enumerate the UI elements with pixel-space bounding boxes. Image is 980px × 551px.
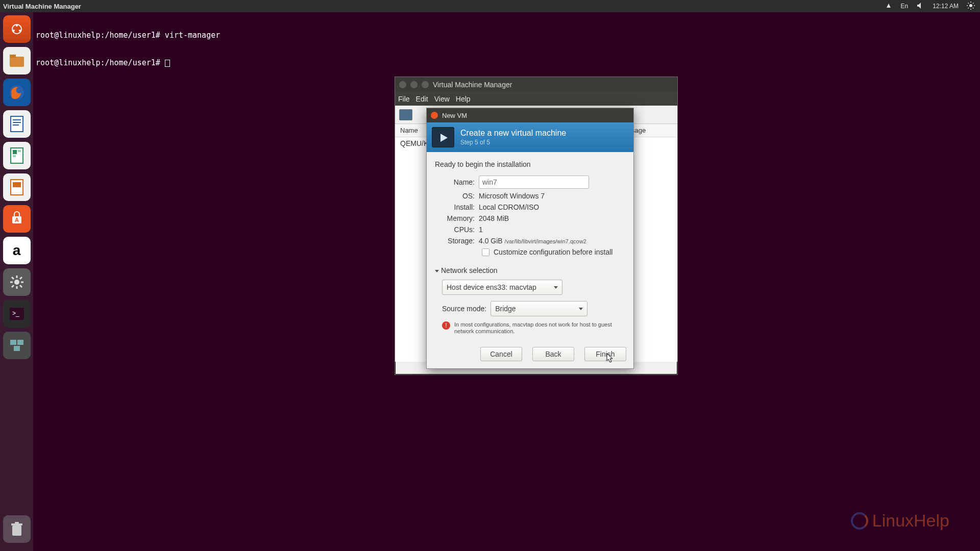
os-label: OS: (435, 192, 479, 200)
terminal-line: root@linuxhelp:/home/user1# (36, 58, 220, 67)
files-icon[interactable] (3, 47, 31, 74)
svg-rect-10 (13, 122, 21, 123)
warning-text: In most configurations, macvtap does not… (454, 321, 625, 335)
back-button[interactable]: Back (532, 347, 574, 361)
col-name[interactable]: Name (400, 127, 418, 134)
cpus-value: 1 (479, 226, 625, 234)
virtmanager-icon[interactable] (3, 332, 31, 359)
svg-rect-17 (13, 182, 21, 187)
software-icon[interactable]: A (3, 205, 31, 233)
cancel-button[interactable]: Cancel (480, 347, 522, 361)
svg-point-4 (19, 30, 21, 32)
memory-value: 2048 MiB (479, 214, 625, 222)
chevron-down-icon (554, 286, 558, 289)
svg-rect-23 (10, 340, 16, 345)
terminal-line: root@linuxhelp:/home/user1# virt-manager (36, 31, 220, 40)
watermark-logo-icon (851, 512, 868, 530)
dash-icon[interactable] (3, 15, 31, 43)
calc-icon[interactable] (3, 142, 31, 169)
dialog-titlebar[interactable]: New VM (427, 108, 633, 122)
svg-rect-26 (12, 525, 21, 536)
new-vm-dialog: New VM Create a new virtual machine Step… (426, 108, 634, 369)
storage-path: /var/lib/libvirt/images/win7.qcow2 (505, 238, 586, 244)
source-mode-label: Source mode: (442, 305, 486, 313)
customize-checkbox[interactable] (482, 248, 489, 256)
writer-icon[interactable] (3, 110, 31, 138)
new-vm-icon[interactable] (399, 109, 412, 120)
memory-label: Memory: (435, 214, 479, 222)
vmm-titlebar[interactable]: Virtual Machine Manager (395, 77, 677, 92)
terminal-cursor (165, 60, 170, 67)
dialog-buttons: Cancel Back Finish (427, 342, 633, 368)
settings-icon[interactable] (3, 268, 31, 296)
active-window-title: Virtual Machine Manager (0, 3, 885, 10)
ready-text: Ready to begin the installation (435, 160, 625, 168)
svg-text:A: A (15, 217, 19, 223)
finish-button[interactable]: Finish (584, 347, 626, 361)
menu-file[interactable]: File (398, 95, 410, 103)
svg-point-20 (14, 280, 19, 285)
svg-rect-15 (13, 155, 16, 157)
svg-rect-6 (10, 55, 16, 58)
install-label: Install: (435, 203, 479, 211)
network-expander[interactable]: Network selection (435, 266, 625, 274)
svg-text:>_: >_ (12, 310, 19, 317)
svg-point-0 (969, 4, 972, 7)
source-mode-combo[interactable]: Bridge (491, 301, 587, 316)
svg-rect-25 (14, 346, 20, 351)
top-panel: Virtual Machine Manager En 12:12 AM (0, 0, 980, 12)
svg-rect-13 (13, 150, 17, 154)
customize-label[interactable]: Customize configuration before install (494, 248, 612, 256)
banner-heading: Create a new virtual machine (460, 129, 566, 138)
source-mode-value: Bridge (495, 305, 516, 313)
dialog-title-text: New VM (442, 112, 467, 119)
menu-edit[interactable]: Edit (416, 95, 428, 103)
top-panel-indicators: En 12:12 AM (885, 2, 980, 11)
gear-icon[interactable] (967, 2, 975, 11)
cpus-label: CPUs: (435, 226, 479, 234)
sound-icon[interactable] (916, 2, 924, 11)
svg-rect-8 (11, 116, 23, 132)
vm-icon (432, 127, 454, 147)
svg-rect-5 (10, 57, 24, 67)
svg-rect-27 (11, 523, 22, 525)
network-device-value: Host device ens33: macvtap (447, 283, 536, 291)
network-icon[interactable] (885, 2, 893, 11)
svg-rect-11 (13, 124, 19, 126)
storage-value: 4.0 GiB /var/lib/libvirt/images/win7.qco… (479, 237, 625, 245)
watermark-text: LinuxHelp (872, 511, 949, 531)
terminal-output: root@linuxhelp:/home/user1# virt-manager… (36, 12, 220, 77)
svg-rect-24 (17, 340, 23, 345)
minimize-icon[interactable] (410, 81, 418, 88)
svg-rect-28 (15, 522, 19, 523)
amazon-icon[interactable]: a (3, 237, 31, 264)
watermark: LinuxHelp (851, 511, 949, 531)
warning-icon: ! (442, 321, 450, 330)
maximize-icon[interactable] (422, 81, 429, 88)
dialog-banner: Create a new virtual machine Step 5 of 5 (427, 122, 633, 152)
menu-help[interactable]: Help (456, 95, 471, 103)
banner-step: Step 5 of 5 (460, 139, 566, 146)
name-label: Name: (435, 178, 479, 186)
menu-view[interactable]: View (434, 95, 450, 103)
svg-point-2 (16, 24, 18, 27)
terminal-icon[interactable]: >_ (3, 300, 31, 328)
name-input[interactable] (479, 176, 589, 189)
close-icon[interactable] (431, 112, 438, 119)
clock[interactable]: 12:12 AM (933, 3, 959, 10)
keyboard-indicator[interactable]: En (901, 3, 909, 10)
svg-point-3 (13, 30, 15, 32)
launcher: A a >_ (0, 12, 33, 551)
impress-icon[interactable] (3, 173, 31, 201)
close-icon[interactable] (399, 81, 406, 88)
trash-icon[interactable] (3, 515, 31, 543)
network-device-combo[interactable]: Host device ens33: macvtap (442, 280, 562, 295)
os-value: Microsoft Windows 7 (479, 192, 625, 200)
dialog-body: Ready to begin the installation Name: OS… (427, 152, 633, 342)
mouse-cursor-icon (606, 353, 614, 363)
chevron-down-icon (579, 308, 583, 310)
vmm-menubar: File Edit View Help (395, 92, 677, 106)
svg-rect-14 (18, 150, 21, 152)
svg-rect-9 (13, 119, 21, 120)
firefox-icon[interactable] (3, 79, 31, 106)
